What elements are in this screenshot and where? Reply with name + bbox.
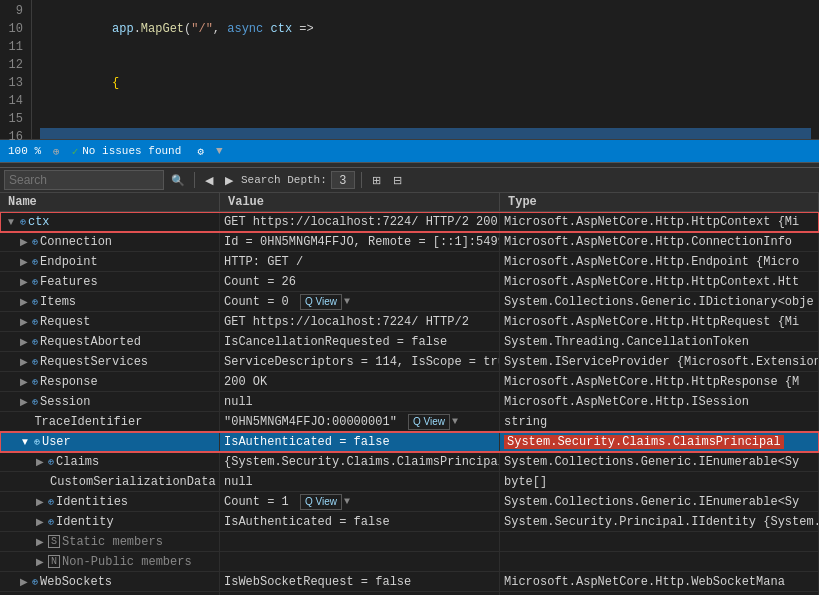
expand-requestservices[interactable]: ▶ <box>18 356 30 367</box>
expand-nonpublic[interactable]: ▶ <box>34 556 46 567</box>
table-row[interactable]: CustomSerializationData null byte[] <box>0 472 819 492</box>
ctx-label: ctx <box>28 215 50 229</box>
code-lines: app.MapGet("/", async ctx => { await ctx… <box>32 0 819 139</box>
table-row[interactable]: ▼ ⊕ ctx GET https://localhost:7224/ HTTP… <box>0 212 819 232</box>
row-value-request: GET https://localhost:7224/ HTTP/2 <box>220 312 500 331</box>
expand-claims[interactable]: ▶ <box>34 456 46 467</box>
table-row[interactable]: ▶ ⊕ Items Count = 0 Q View ▼ System.Coll… <box>0 292 819 312</box>
toolbar-icon-2[interactable]: ⊟ <box>389 173 406 188</box>
ctx-icon: ⊕ <box>20 216 26 228</box>
table-row[interactable]: ▶ ⊕ WebSockets IsWebSocketRequest = fals… <box>0 572 819 592</box>
expand-features[interactable]: ▶ <box>18 276 30 287</box>
locals-table[interactable]: Name Value Type ▼ ⊕ ctx GET https://loca… <box>0 193 819 595</box>
table-row[interactable]: ▶ ⊕ Identity IsAuthenticated = false Sys… <box>0 512 819 532</box>
user-type-highlight: System.Security.Claims.ClaimsPrincipal <box>504 435 784 449</box>
locals-panel: 🔍 ◀ ▶ Search Depth: ⊞ ⊟ Name Value Type … <box>0 168 819 595</box>
expand-items[interactable]: ▶ <box>18 296 30 307</box>
expand-websockets[interactable]: ▶ <box>18 576 30 587</box>
table-row[interactable]: ▶ ⊕ RequestServices ServiceDescriptors =… <box>0 352 819 372</box>
expand-identities[interactable]: ▶ <box>34 496 46 507</box>
table-row[interactable]: ▶ N Non-Public members <box>0 552 819 572</box>
websockets-icon: ⊕ <box>32 576 38 588</box>
zoom-icon: ⊕ <box>53 145 60 158</box>
row-type-connection: Microsoft.AspNetCore.Http.ConnectionInfo <box>500 232 819 251</box>
row-value-session: null <box>220 392 500 411</box>
table-row[interactable]: ▶ ⊕ Endpoint HTTP: GET / Microsoft.AspNe… <box>0 252 819 272</box>
search-button[interactable]: 🔍 <box>168 173 188 188</box>
expand-request[interactable]: ▶ <box>18 316 30 327</box>
expand-requestaborted[interactable]: ▶ <box>18 336 30 347</box>
row-name-endpoint: ▶ ⊕ Endpoint <box>0 252 220 271</box>
table-row[interactable]: ▶ ⊕ RequestAborted IsCancellationRequest… <box>0 332 819 352</box>
row-type-user: System.Security.Claims.ClaimsPrincipal <box>500 432 819 451</box>
row-name-features: ▶ ⊕ Features <box>0 272 220 291</box>
row-value-nonpublic <box>220 552 500 571</box>
claims-label: Claims <box>56 455 99 469</box>
requestaborted-label: RequestAborted <box>40 335 141 349</box>
table-row[interactable]: ▶ ⊕ Claims {System.Security.Claims.Claim… <box>0 452 819 472</box>
expand-connection[interactable]: ▶ <box>18 236 30 247</box>
row-name-claims: ▶ ⊕ Claims <box>0 452 220 471</box>
identities-view-button[interactable]: Q View <box>300 494 342 510</box>
row-name-customserialization: CustomSerializationData <box>0 472 220 491</box>
expand-response[interactable]: ▶ <box>18 376 30 387</box>
table-row[interactable]: ▶ ⊕ Connection Id = 0HN5MNGM4FFJO, Remot… <box>0 232 819 252</box>
row-name-session: ▶ ⊕ Session <box>0 392 220 411</box>
user-icon: ⊕ <box>34 436 40 448</box>
expand-session[interactable]: ▶ <box>18 396 30 407</box>
traceidentifier-label: TraceIdentifier <box>34 415 142 429</box>
row-type-features: Microsoft.AspNetCore.Http.HttpContext.Ht… <box>500 272 819 291</box>
features-icon: ⊕ <box>32 276 38 288</box>
status-check: ✓ No issues found <box>72 145 182 158</box>
expand-user[interactable]: ▼ <box>18 436 32 447</box>
row-name-traceidentifier: TraceIdentifier <box>0 412 220 431</box>
session-icon: ⊕ <box>32 396 38 408</box>
expand-endpoint[interactable]: ▶ <box>18 256 30 267</box>
row-name-requestaborted: ▶ ⊕ RequestAborted <box>0 332 220 351</box>
traceidentifier-view-button[interactable]: Q View <box>408 414 450 430</box>
code-editor: 9 10 11 12 13 14 15 16 app.MapGet("/", a… <box>0 0 819 140</box>
row-name-identity: ▶ ⊕ Identity <box>0 512 220 531</box>
row-type-endpoint: Microsoft.AspNetCore.Http.Endpoint {Micr… <box>500 252 819 271</box>
items-view-button[interactable]: Q View <box>300 294 342 310</box>
arrow-icon: ▼ <box>216 145 223 157</box>
row-type-claims: System.Collections.Generic.IEnumerable<S… <box>500 452 819 471</box>
forward-button[interactable]: ▶ <box>221 173 237 188</box>
table-row[interactable]: ▼ ⊕ User IsAuthenticated = false System.… <box>0 432 819 452</box>
expand-static[interactable]: ▶ <box>34 536 46 547</box>
items-icon: ⊕ <box>32 296 38 308</box>
code-line-11 <box>40 110 811 128</box>
toolbar-icon-1[interactable]: ⊞ <box>368 173 385 188</box>
search-input[interactable] <box>4 170 164 190</box>
code-line-12: await ctx.Response.WriteAsync("Hello"); <box>40 128 811 139</box>
session-label: Session <box>40 395 90 409</box>
items-view-chevron: ▼ <box>344 296 350 307</box>
table-row[interactable]: ▶ ⊕ Request GET https://localhost:7224/ … <box>0 312 819 332</box>
line-numbers: 9 10 11 12 13 14 15 16 <box>0 0 32 139</box>
table-row[interactable]: TraceIdentifier "0HN5MNGM4FFJO:00000001"… <box>0 412 819 432</box>
search-depth-input[interactable] <box>331 171 355 189</box>
expand-ctx[interactable]: ▼ <box>4 216 18 227</box>
row-value-identity: IsAuthenticated = false <box>220 512 500 531</box>
identities-icon: ⊕ <box>48 496 54 508</box>
table-row[interactable]: ▶ ⊕ Response 200 OK Microsoft.AspNetCore… <box>0 372 819 392</box>
row-value-customserialization: null <box>220 472 500 491</box>
row-name-websockets: ▶ ⊕ WebSockets <box>0 572 220 591</box>
row-value-requestservices: ServiceDescriptors = 114, IsScope = true <box>220 352 500 371</box>
features-label: Features <box>40 275 98 289</box>
row-name-ctx: ▼ ⊕ ctx <box>0 212 220 231</box>
table-row[interactable]: ▶ ⊕ Identities Count = 1 Q View ▼ System… <box>0 492 819 512</box>
table-row[interactable]: ▶ ⊕ Session null Microsoft.AspNetCore.Ht… <box>0 392 819 412</box>
row-type-requestaborted: System.Threading.CancellationToken <box>500 332 819 351</box>
row-value-endpoint: HTTP: GET / <box>220 252 500 271</box>
table-row[interactable]: ▶ ⊕ Features Count = 26 Microsoft.AspNet… <box>0 272 819 292</box>
table-row[interactable]: ▶ S Static members <box>0 532 819 552</box>
row-type-session: Microsoft.AspNetCore.Http.ISession <box>500 392 819 411</box>
back-button[interactable]: ◀ <box>201 173 217 188</box>
response-icon: ⊕ <box>32 376 38 388</box>
expand-identity[interactable]: ▶ <box>34 516 46 527</box>
row-name-user: ▼ ⊕ User <box>0 432 220 451</box>
header-value: Value <box>220 193 500 211</box>
header-type: Type <box>500 193 819 211</box>
row-type-request: Microsoft.AspNetCore.Http.HttpRequest {M… <box>500 312 819 331</box>
